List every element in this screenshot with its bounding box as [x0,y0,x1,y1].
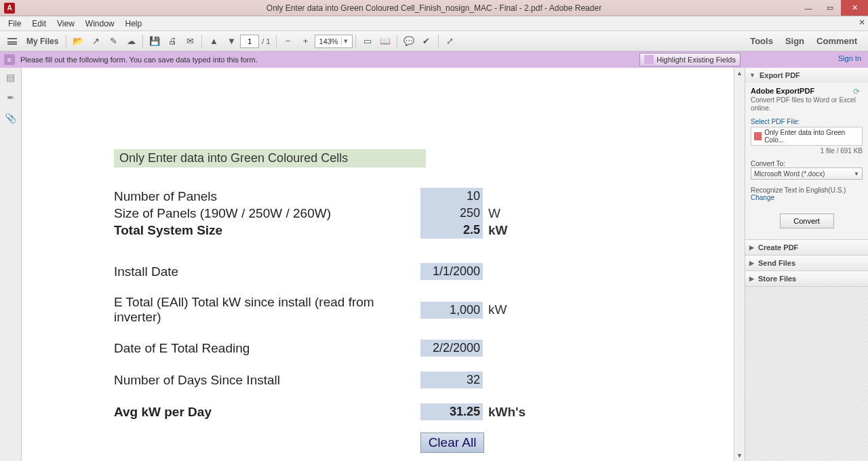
fit-width-icon[interactable]: 📖 [377,33,393,49]
menu-view[interactable]: View [52,18,80,30]
save-icon[interactable]: 💾 [146,33,163,49]
window-minimize-button[interactable]: ― [797,0,819,16]
change-link[interactable]: Change [751,194,863,201]
selected-file-name: Only Enter data into Green Colo... [764,129,859,144]
window-maximize-button[interactable]: ▭ [819,0,841,16]
label-days-since: Number of Days Since Install [114,373,420,388]
label-size-panels: Size of Panels (190W / 250W / 260W) [114,206,420,221]
form-info-bar: ≡ Please fill out the following form. Yo… [0,52,868,68]
label-total-system: Total System Size [114,223,420,238]
tab-tools[interactable]: Tools [747,33,776,49]
unit-total-system: kW [488,223,508,238]
right-panel-filler [745,287,868,461]
chevron-down-icon: ▼ [854,171,859,177]
window-title: Only Enter data into Green Coloured Cell… [0,3,868,13]
thumbnails-icon[interactable]: ▤ [4,71,18,84]
hamburger-icon [7,38,17,45]
close-document-button[interactable]: ✕ [859,18,865,27]
right-panel: ▼ Export PDF ⟳ Adobe ExportPDF Convert P… [745,68,868,461]
convert-button[interactable]: Convert [780,214,834,228]
convert-to-label: Convert To: [751,160,863,167]
stamp-icon[interactable]: ✔ [418,33,435,49]
sign-in-link[interactable]: Sign In [838,54,861,62]
form-info-text: Please fill out the following form. You … [20,56,258,64]
scroll-up-icon[interactable]: ▲ [734,68,745,79]
highlight-icon [644,55,654,64]
label-avg-kw: Avg kW per Day [114,405,420,420]
edit-icon[interactable]: ✎ [105,33,121,49]
pdf-file-icon [754,132,762,140]
page-up-icon[interactable]: ▲ [205,33,222,49]
label-etotal: E Total (EAll) Total kW since install (r… [114,295,420,325]
highlight-fields-button[interactable]: Highlight Existing Fields [639,53,741,66]
document-viewport: Only Enter data into Green Coloured Cell… [22,68,745,461]
main-area: ▤ ✒ 📎 Only Enter data into Green Coloure… [0,68,868,461]
field-size-panels[interactable]: 250 [420,205,483,222]
field-etotal[interactable]: 1,000 [420,302,483,319]
menu-help[interactable]: Help [120,18,148,30]
banner-green-cells: Only Enter data into Green Coloured Cell… [114,149,426,167]
page-down-icon[interactable]: ▼ [223,33,239,49]
form-info-icon: ≡ [4,54,15,65]
recognize-text-label: Recognize Text in English(U.S.) [751,186,863,194]
attachments-icon[interactable]: 📎 [4,111,18,125]
chevron-right-icon: ▶ [749,244,754,251]
select-file-label: Select PDF File: [751,118,863,125]
zoom-value: 143% [317,37,341,45]
field-avg-kw: 31.25 [420,403,483,420]
selected-file-info: 1 file / 691 KB [751,147,863,155]
label-reading-date: Date of E Total Reading [114,341,420,356]
page-number-input[interactable] [240,35,259,48]
menu-window[interactable]: Window [80,18,120,30]
field-reading-date[interactable]: 2/2/2000 [420,340,483,357]
unit-etotal: kW [488,302,507,317]
selected-file-box[interactable]: Only Enter data into Green Colo... [751,127,863,146]
chevron-down-icon: ▼ [749,72,755,79]
scroll-down-icon[interactable]: ▼ [734,450,745,461]
refresh-icon[interactable]: ⟳ [853,87,863,96]
zoom-in-icon[interactable]: + [298,33,314,49]
panel-create-pdf-header[interactable]: ▶ Create PDF [745,240,868,255]
vertical-scrollbar[interactable]: ▲ ▼ [734,68,745,461]
sidebar-toggle-button[interactable] [3,33,22,49]
label-number-panels: Number of Panels [114,189,420,204]
export-desc: Convert PDF files to Word or Excel onlin… [751,96,863,113]
my-files-button[interactable]: My Files [22,33,63,49]
menu-edit[interactable]: Edit [26,18,52,30]
open-icon[interactable]: 📂 [70,33,86,49]
convert-to-select[interactable]: Microsoft Word (*.docx) ▼ [751,167,863,180]
document-page[interactable]: Only Enter data into Green Coloured Cell… [22,68,734,461]
export-title: Adobe ExportPDF [751,87,863,95]
unit-size-panels: W [488,206,500,221]
chevron-right-icon: ▶ [749,260,754,266]
menu-file[interactable]: File [3,18,26,30]
toolbar: My Files 📂 ↗ ✎ ☁ 💾 🖨 ✉ ▲ ▼ / 1 − + 143% … [0,31,868,52]
tab-comment[interactable]: Comment [814,33,860,49]
signature-icon[interactable]: ✒ [4,91,18,104]
tab-sign[interactable]: Sign [783,33,807,49]
export-icon[interactable]: ↗ [87,33,104,49]
field-total-system: 2.5 [420,222,483,239]
page-total-label: / 1 [259,37,273,45]
comment-icon[interactable]: 💬 [401,33,417,49]
left-nav-strip: ▤ ✒ 📎 [0,68,22,461]
panel-send-files-header[interactable]: ▶ Send Files [745,256,868,270]
label-install-date: Install Date [114,264,420,279]
panel-export-pdf-header[interactable]: ▼ Export PDF [745,68,868,83]
clear-all-button[interactable]: Clear All [420,433,484,453]
field-number-panels[interactable]: 10 [420,188,483,205]
field-days-since: 32 [420,372,483,388]
zoom-out-icon[interactable]: − [280,33,296,49]
zoom-select[interactable]: 143% ▾ [315,35,353,48]
field-install-date[interactable]: 1/1/2000 [420,263,483,280]
print-icon[interactable]: 🖨 [164,33,180,49]
chevron-down-icon: ▾ [341,37,351,45]
mail-icon[interactable]: ✉ [182,33,198,49]
read-mode-icon[interactable]: ⤢ [442,33,458,49]
panel-store-files-header[interactable]: ▶ Store Files [745,271,868,286]
convert-to-value: Microsoft Word (*.docx) [754,170,825,178]
fit-page-icon[interactable]: ▭ [359,33,376,49]
cloud-icon[interactable]: ☁ [123,33,139,49]
chevron-right-icon: ▶ [749,275,754,282]
window-close-button[interactable]: ✕ [841,0,868,16]
